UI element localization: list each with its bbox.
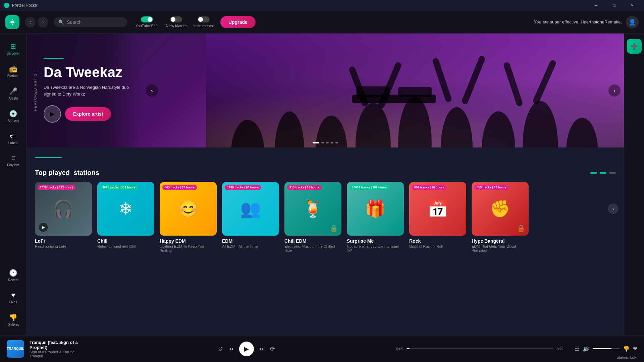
albums-icon: 💿	[9, 110, 17, 118]
station-card-chill-edm[interactable]: 🍹 910 tracks | 81 hours 🔒 Chill EDM Elec…	[284, 182, 341, 252]
sidebar-item-labels[interactable]: 🏷 Labels	[2, 129, 25, 148]
surprise-me-title: Surprise Me	[347, 238, 404, 244]
volume-button[interactable]: 🔊	[583, 346, 589, 352]
featured-artist-desc: Da Tweekaz are a Norwegian Hardstyle duo…	[44, 84, 131, 97]
sidebar-label-albums: Albums	[8, 119, 19, 123]
sidebar-item-recent[interactable]: 🕐 Recent	[2, 265, 25, 285]
station-card-lofi[interactable]: 🎧 2628 tracks | 112 hours ▶ LoFi Head bo…	[35, 182, 92, 252]
back-button[interactable]: ‹	[25, 17, 36, 27]
thumbs-down-button[interactable]: 👎	[623, 346, 630, 352]
playlists-icon: ≡	[11, 154, 15, 162]
rock-badge: 659 tracks | 40 hours	[412, 185, 446, 190]
section-nav-dot-2[interactable]	[600, 172, 606, 174]
forward-button[interactable]: ›	[38, 17, 48, 27]
station-img-chill: ❄ 3021 tracks | 139 hours	[97, 182, 154, 236]
sidebar-item-stations[interactable]: 📻 Stations	[2, 61, 25, 81]
carousel-next-button[interactable]: ›	[608, 84, 621, 97]
surprise-me-subtitle: Not sure what you want to listen to?	[347, 244, 404, 252]
recent-icon: 🕐	[9, 269, 17, 277]
maximize-button[interactable]: □	[606, 0, 622, 11]
play-pause-button[interactable]: ▶	[239, 342, 254, 356]
carousel-dot-4[interactable]	[331, 142, 333, 143]
station-card-happy-edm[interactable]: 😊 463 tracks | 26 hours Happy EDM Uplift…	[160, 182, 217, 252]
app-title: Pretzel Rocks	[12, 3, 37, 8]
youtube-safe-toggle[interactable]: YouTube Safe	[136, 16, 159, 28]
minimize-button[interactable]: ─	[588, 0, 604, 11]
player-thumbnail: TRANQUIL	[7, 340, 24, 358]
player-thumb-text: TRANQUIL	[7, 347, 24, 351]
section-title-bold: stations	[73, 169, 99, 176]
instrumental-toggle[interactable]: Instrumental	[194, 16, 214, 28]
replay-button[interactable]: ↺	[218, 345, 223, 353]
edm-subtitle: All EDM - All the Time	[222, 244, 279, 248]
queue-button[interactable]: ☰	[575, 346, 579, 352]
sidebar-item-dislikes[interactable]: 👎 Dislikes	[2, 310, 25, 330]
hype-bangers-badge: 415 tracks | 25 hours	[474, 185, 509, 190]
station-card-chill[interactable]: ❄ 3021 tracks | 139 hours Chill Relax, U…	[97, 182, 154, 252]
next-track-button[interactable]: ⏭	[259, 346, 265, 352]
sidebar-item-albums[interactable]: 💿 Albums	[2, 106, 25, 126]
stations-grid: 🎧 2628 tracks | 112 hours ▶ LoFi Head bo…	[35, 182, 616, 252]
carousel-dot-5[interactable]	[335, 142, 338, 143]
allow-mature-label: Allow Mature	[165, 24, 187, 28]
carousel-dot-1[interactable]	[313, 142, 319, 143]
sidebar-item-discover[interactable]: ⊞ Discover	[2, 39, 25, 59]
chill-subtitle: Relax, Unwind and Chill	[97, 244, 154, 248]
chill-edm-title: Chill EDM	[284, 238, 341, 244]
volume-slider[interactable]	[593, 348, 620, 349]
progress-fill	[407, 348, 410, 349]
app-icon	[4, 3, 9, 8]
station-card-rock[interactable]: 📅 659 tracks | 40 hours Rock Good ol Roc…	[409, 182, 466, 252]
section-nav-dot-3[interactable]	[609, 172, 616, 174]
player-album: Tranquil	[30, 354, 97, 358]
youtube-safe-switch[interactable]	[141, 16, 153, 22]
sidebar-item-likes[interactable]: ♥ Likes	[2, 288, 25, 307]
search-input[interactable]	[67, 19, 117, 25]
lofi-play-button[interactable]: ▶	[38, 222, 48, 232]
instrumental-switch[interactable]	[198, 16, 210, 22]
allow-mature-toggle[interactable]: Allow Mature	[165, 16, 187, 28]
rock-title: Rock	[409, 238, 466, 244]
time-current: 0:05	[396, 347, 403, 351]
repeat-button[interactable]: ⟳	[270, 345, 275, 353]
hype-bangers-lock-icon: 🔒	[517, 224, 525, 232]
main-content: Featured Artist Da Tweekaz Da Tweekaz ar…	[27, 34, 624, 335]
upgrade-button[interactable]: Upgrade	[220, 16, 256, 28]
sidebar-label-dislikes: Dislikes	[7, 323, 19, 326]
stations-next-button[interactable]: ›	[608, 203, 619, 214]
station-card-hype-bangers[interactable]: ✊ 415 tracks | 25 hours 🔒 Hype Bangers! …	[472, 182, 529, 252]
artists-icon: 🎤	[9, 87, 17, 95]
instrumental-label: Instrumental	[194, 24, 214, 28]
carousel-dot-3[interactable]	[326, 142, 329, 143]
topbar: ‹ › 🔍 YouTube Safe Allow Mature Instrume…	[0, 11, 644, 34]
discover-icon: ⊞	[10, 42, 16, 50]
close-button[interactable]: ✕	[625, 0, 640, 11]
featured-actions: ▶ Explore artist	[44, 105, 131, 123]
featured-overlay: Featured Artist Da Tweekaz Da Tweekaz ar…	[27, 34, 141, 147]
progress-track[interactable]	[407, 348, 553, 349]
station-img-chill-edm: 🍹 910 tracks | 81 hours 🔒	[284, 182, 341, 236]
station-card-edm[interactable]: 👥 1258 tracks | 83 hours EDM All EDM - A…	[222, 182, 279, 252]
sidebar-item-artists[interactable]: 🎤 Artists	[2, 84, 25, 104]
progress-section: 0:05 3:21	[396, 347, 564, 351]
right-panel: ➕	[624, 34, 644, 335]
add-to-stream-button[interactable]: ➕	[627, 39, 642, 54]
explore-indicator	[27, 147, 624, 168]
carousel-dot-2[interactable]	[321, 142, 324, 143]
player-track-title: Tranquil (feat. Sign of a Prophet)	[30, 340, 97, 350]
sidebar-label-stations: Stations	[7, 74, 19, 78]
thumbs-up-button[interactable]: ❤	[633, 346, 637, 352]
explore-artist-button[interactable]: Explore artist	[65, 107, 111, 121]
allow-mature-switch[interactable]	[170, 16, 182, 22]
section-nav-dot-1[interactable]	[590, 172, 597, 174]
sidebar-item-playlists[interactable]: ≡ Playlists	[2, 151, 25, 170]
featured-play-button[interactable]: ▶	[44, 105, 61, 123]
prev-track-button[interactable]: ⏮	[228, 346, 234, 352]
user-greeting: You are super effective, HearthstoneRema…	[534, 19, 622, 24]
carousel-prev-button[interactable]: ‹	[146, 84, 158, 97]
svg-rect-19	[357, 86, 390, 97]
happy-edm-title: Happy EDM	[160, 238, 217, 244]
station-card-surprise-me[interactable]: 🎁 10002 tracks | 569 hours Surprise Me N…	[347, 182, 404, 252]
lofi-icon: 🎧	[53, 199, 74, 219]
user-avatar[interactable]: 👤	[626, 16, 639, 28]
